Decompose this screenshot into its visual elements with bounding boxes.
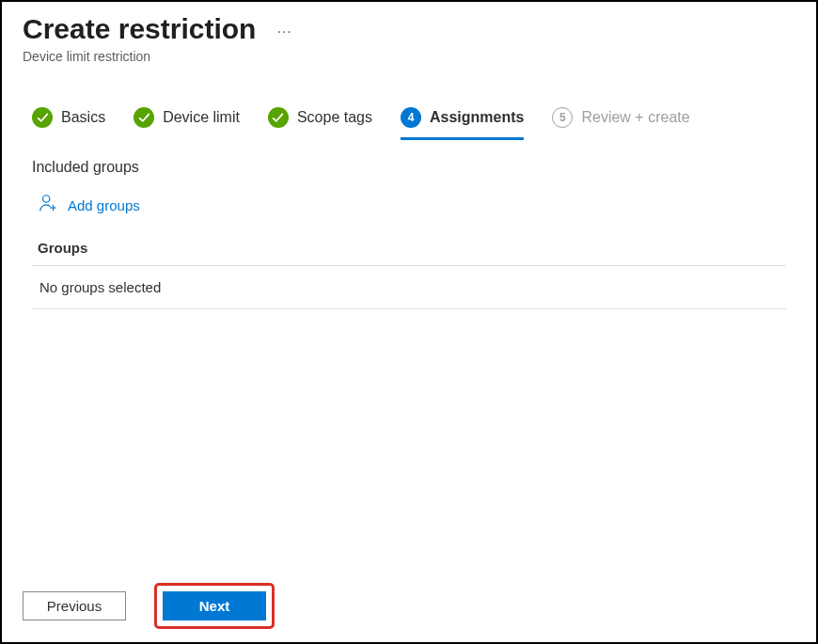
page-subtitle: Device limit restriction <box>23 49 795 64</box>
checkmark-icon <box>32 107 53 128</box>
checkmark-icon <box>134 107 154 128</box>
step-number-icon: 5 <box>552 107 573 128</box>
header-title-row: Create restriction ··· <box>23 13 795 45</box>
tab-scope-tags[interactable]: Scope tags <box>268 107 372 140</box>
add-groups-label: Add groups <box>68 197 140 213</box>
svg-point-0 <box>43 196 50 202</box>
page-title: Create restriction <box>23 13 256 45</box>
step-number-icon: 4 <box>401 107 421 128</box>
add-groups-button[interactable]: Add groups <box>32 193 786 234</box>
content-area: Included groups Add groups Groups No gro… <box>2 140 816 309</box>
next-button-highlight: Next <box>154 583 275 629</box>
next-button[interactable]: Next <box>163 591 266 620</box>
more-icon[interactable]: ··· <box>276 18 291 40</box>
groups-column-header: Groups <box>32 234 786 265</box>
tab-label: Basics <box>61 109 105 126</box>
tab-label: Assignments <box>430 109 524 126</box>
page-header: Create restriction ··· Device limit rest… <box>2 2 816 70</box>
tab-review-create[interactable]: 5 Review + create <box>552 107 689 140</box>
wizard-tabs: Basics Device limit Scope tags 4 Assignm… <box>2 70 816 140</box>
person-add-icon <box>38 193 58 217</box>
tab-assignments[interactable]: 4 Assignments <box>401 107 524 140</box>
wizard-footer: Previous Next <box>2 570 816 642</box>
checkmark-icon <box>268 107 289 128</box>
previous-button[interactable]: Previous <box>23 591 126 620</box>
tab-device-limit[interactable]: Device limit <box>134 107 240 140</box>
groups-empty-message: No groups selected <box>39 279 161 295</box>
groups-empty-row: No groups selected <box>32 265 786 309</box>
tab-label: Scope tags <box>297 109 372 126</box>
included-groups-heading: Included groups <box>32 159 786 176</box>
tab-label: Review + create <box>581 109 689 126</box>
tab-basics[interactable]: Basics <box>32 107 105 140</box>
tab-label: Device limit <box>163 109 240 126</box>
